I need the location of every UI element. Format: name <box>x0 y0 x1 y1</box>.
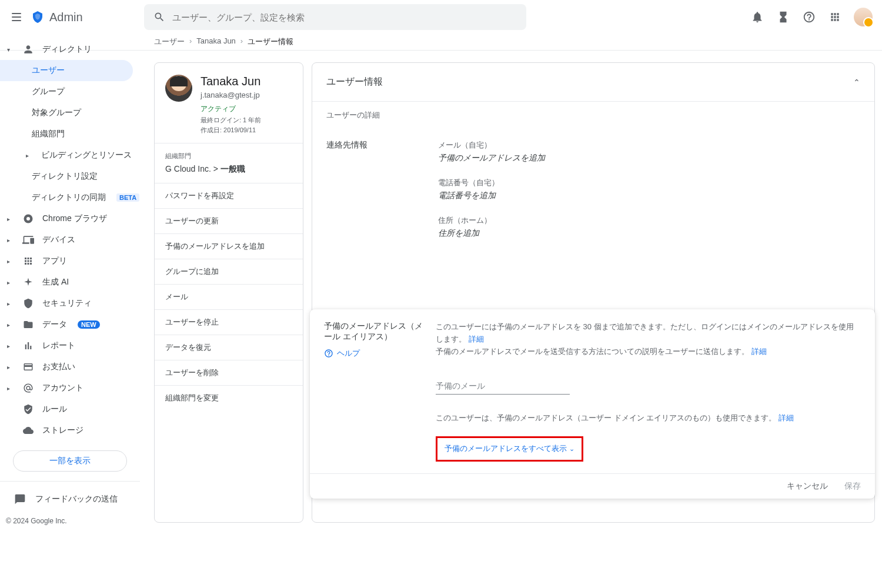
breadcrumb-user-name[interactable]: Tanaka Jun <box>196 36 236 45</box>
address-home-label: 住所（ホーム） <box>438 215 860 226</box>
action-restore[interactable]: データを復元 <box>155 335 303 360</box>
detail-link-3[interactable]: 詳細 <box>779 413 794 422</box>
info-subtitle: ユーザーの詳細 <box>312 102 874 129</box>
alias-note-3: このユーザーは、予備のメールアドレス（ユーザー ドメイン エイリアスのもの）も使… <box>436 413 776 422</box>
admin-logo[interactable]: Admin <box>31 10 83 24</box>
action-change-org[interactable]: 組織部門を変更 <box>155 385 303 410</box>
help-circle-icon <box>324 349 333 358</box>
action-add-group[interactable]: グループに追加 <box>155 259 303 284</box>
profile-email: j.tanaka@gtest.jp <box>201 91 261 99</box>
apps-grid-icon[interactable] <box>828 10 842 24</box>
profile-name: Tanaka Jun <box>201 75 261 88</box>
breadcrumb-users[interactable]: ユーザー <box>154 36 185 47</box>
user-avatar[interactable] <box>854 8 873 26</box>
add-phone-link[interactable]: 電話番号を追加 <box>438 191 860 201</box>
action-suspend[interactable]: ユーザーを停止 <box>155 309 303 335</box>
org-label: 組織部門 <box>165 152 292 161</box>
breadcrumb-current: ユーザー情報 <box>248 36 293 47</box>
add-address-link[interactable]: 住所を追加 <box>438 228 860 239</box>
profile-last-login: 最終ログイン: 1 年前 <box>201 115 261 125</box>
alias-note-2: 予備のメールアドレスでメールを送受信する方法についての説明をユーザーに送信します… <box>436 347 749 356</box>
search-input[interactable] <box>172 12 517 22</box>
org-path[interactable]: G Cloud Inc. > 一般職 <box>165 164 292 175</box>
action-add-alias[interactable]: 予備のメールアドレスを追加 <box>155 233 303 259</box>
admin-title: Admin <box>49 11 83 24</box>
phone-home-label: 電話番号（自宅） <box>438 178 860 188</box>
alias-heading: 予備のメールアドレス（メール エイリアス） <box>324 321 423 341</box>
main-content: ユーザー › Tanaka Jun › ユーザー情報 Tanaka Jun j.… <box>0 34 882 588</box>
profile-created: 作成日: 2019/09/11 <box>201 125 261 135</box>
save-button[interactable]: 保存 <box>844 481 861 492</box>
alias-email-input[interactable] <box>436 377 570 395</box>
add-email-link[interactable]: 予備のメールアドレスを追加 <box>438 153 860 163</box>
action-reset-password[interactable]: パスワードを再設定 <box>155 183 303 208</box>
search-bar[interactable] <box>144 4 526 30</box>
hourglass-icon[interactable] <box>776 10 790 24</box>
chevron-right-icon: › <box>189 36 192 45</box>
header: Admin <box>0 0 882 34</box>
admin-logo-icon <box>31 10 45 24</box>
collapse-icon[interactable]: ⌃ <box>853 78 860 87</box>
profile-card: Tanaka Jun j.tanaka@gtest.jp アクティブ 最終ログイ… <box>154 62 303 523</box>
chevron-down-icon: ⌄ <box>569 444 574 455</box>
chevron-right-icon: › <box>240 36 243 45</box>
show-all-aliases-button[interactable]: 予備のメールアドレスをすべて表示 ⌄ <box>436 436 583 462</box>
detail-link-1[interactable]: 詳細 <box>469 335 484 343</box>
detail-link-2[interactable]: 詳細 <box>751 347 767 356</box>
user-photo[interactable] <box>165 75 192 102</box>
email-home-label: メール（自宅） <box>438 140 860 151</box>
menu-icon[interactable] <box>9 10 24 24</box>
contact-label: 連絡先情報 <box>326 140 426 253</box>
help-icon[interactable] <box>802 10 816 24</box>
action-update-user[interactable]: ユーザーの更新 <box>155 208 303 233</box>
search-icon <box>153 11 165 23</box>
alias-note-1: このユーザーには予備のメールアドレスを 30 個まで追加できます。ただし、ログイ… <box>436 322 854 343</box>
action-delete[interactable]: ユーザーを削除 <box>155 360 303 385</box>
profile-status: アクティブ <box>201 104 261 114</box>
help-link[interactable]: ヘルプ <box>324 348 424 359</box>
notifications-icon[interactable] <box>750 10 764 24</box>
alias-panel: 予備のメールアドレス（メール エイリアス） ヘルプ このユーザーには予備のメール… <box>310 309 875 499</box>
action-email[interactable]: メール <box>155 284 303 309</box>
header-icons <box>750 8 873 26</box>
cancel-button[interactable]: キャンセル <box>787 481 828 492</box>
info-title: ユーザー情報 <box>326 76 383 88</box>
